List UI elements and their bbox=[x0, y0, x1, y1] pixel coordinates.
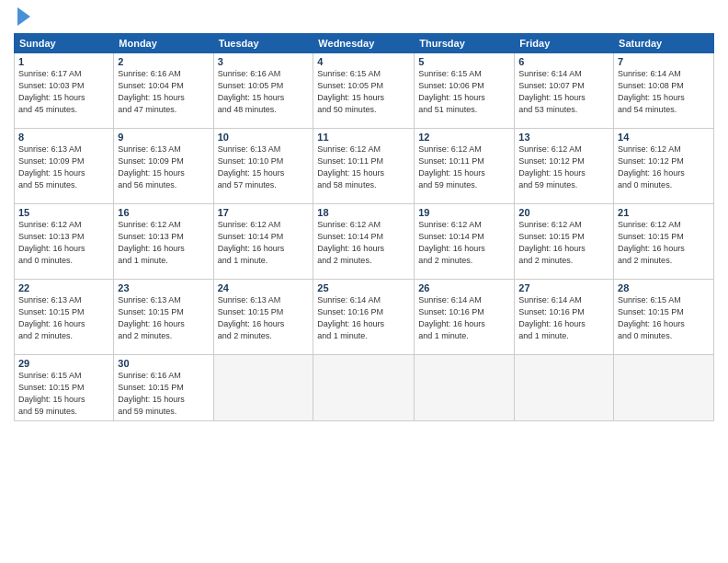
day-cell-28: 28Sunrise: 6:15 AMSunset: 10:15 PMDaylig… bbox=[614, 280, 714, 355]
day-cell-16: 16Sunrise: 6:12 AMSunset: 10:13 PMDaylig… bbox=[114, 204, 213, 280]
day-cell-8: 8Sunrise: 6:13 AMSunset: 10:09 PMDayligh… bbox=[15, 129, 114, 204]
calendar-week-1: 1Sunrise: 6:17 AMSunset: 10:03 PMDayligh… bbox=[15, 53, 714, 129]
calendar-body: 1Sunrise: 6:17 AMSunset: 10:03 PMDayligh… bbox=[15, 53, 714, 421]
empty-cell bbox=[415, 355, 515, 421]
day-detail: Sunrise: 6:12 AMSunset: 10:14 PMDaylight… bbox=[317, 219, 410, 267]
day-number: 28 bbox=[618, 282, 710, 293]
day-number: 16 bbox=[118, 207, 209, 218]
day-number: 11 bbox=[317, 132, 410, 143]
day-header-saturday: Saturday bbox=[614, 34, 714, 53]
day-cell-20: 20Sunrise: 6:12 AMSunset: 10:15 PMDaylig… bbox=[515, 204, 614, 280]
day-cell-30: 30Sunrise: 6:16 AMSunset: 10:15 PMDaylig… bbox=[114, 355, 213, 421]
day-number: 7 bbox=[618, 56, 710, 67]
day-detail: Sunrise: 6:13 AMSunset: 10:15 PMDaylight… bbox=[218, 294, 310, 342]
day-header-friday: Friday bbox=[515, 34, 614, 53]
calendar-table: SundayMondayTuesdayWednesdayThursdayFrid… bbox=[14, 33, 714, 421]
day-cell-10: 10Sunrise: 6:13 AMSunset: 10:10 PMDaylig… bbox=[213, 129, 313, 204]
day-cell-24: 24Sunrise: 6:13 AMSunset: 10:15 PMDaylig… bbox=[213, 280, 313, 355]
day-detail: Sunrise: 6:16 AMSunset: 10:15 PMDaylight… bbox=[118, 370, 209, 418]
header-row: SundayMondayTuesdayWednesdayThursdayFrid… bbox=[15, 34, 714, 53]
day-detail: Sunrise: 6:12 AMSunset: 10:12 PMDaylight… bbox=[618, 144, 710, 191]
day-detail: Sunrise: 6:14 AMSunset: 10:16 PMDaylight… bbox=[418, 294, 510, 342]
calendar-week-3: 15Sunrise: 6:12 AMSunset: 10:13 PMDaylig… bbox=[15, 204, 714, 280]
empty-cell bbox=[313, 355, 415, 421]
day-cell-13: 13Sunrise: 6:12 AMSunset: 10:12 PMDaylig… bbox=[515, 129, 614, 204]
empty-cell bbox=[614, 355, 714, 421]
day-detail: Sunrise: 6:15 AMSunset: 10:15 PMDaylight… bbox=[18, 370, 109, 418]
day-number: 25 bbox=[317, 282, 410, 293]
day-detail: Sunrise: 6:15 AMSunset: 10:06 PMDaylight… bbox=[418, 68, 510, 116]
day-number: 26 bbox=[418, 282, 510, 293]
day-number: 10 bbox=[218, 132, 310, 143]
day-number: 27 bbox=[518, 282, 609, 293]
day-detail: Sunrise: 6:12 AMSunset: 10:13 PMDaylight… bbox=[18, 219, 109, 267]
day-cell-29: 29Sunrise: 6:15 AMSunset: 10:15 PMDaylig… bbox=[15, 355, 114, 421]
day-detail: Sunrise: 6:12 AMSunset: 10:14 PMDaylight… bbox=[418, 219, 510, 267]
day-number: 2 bbox=[118, 56, 209, 67]
day-detail: Sunrise: 6:16 AMSunset: 10:05 PMDaylight… bbox=[218, 68, 310, 116]
day-cell-21: 21Sunrise: 6:12 AMSunset: 10:15 PMDaylig… bbox=[614, 204, 714, 280]
day-number: 14 bbox=[618, 132, 710, 143]
day-number: 29 bbox=[18, 358, 109, 369]
day-detail: Sunrise: 6:12 AMSunset: 10:13 PMDaylight… bbox=[118, 219, 209, 267]
day-cell-19: 19Sunrise: 6:12 AMSunset: 10:14 PMDaylig… bbox=[415, 204, 515, 280]
day-cell-14: 14Sunrise: 6:12 AMSunset: 10:12 PMDaylig… bbox=[614, 129, 714, 204]
day-detail: Sunrise: 6:15 AMSunset: 10:15 PMDaylight… bbox=[618, 294, 710, 342]
day-cell-17: 17Sunrise: 6:12 AMSunset: 10:14 PMDaylig… bbox=[213, 204, 313, 280]
day-detail: Sunrise: 6:15 AMSunset: 10:05 PMDaylight… bbox=[317, 68, 410, 116]
day-detail: Sunrise: 6:12 AMSunset: 10:15 PMDaylight… bbox=[518, 219, 609, 267]
day-cell-1: 1Sunrise: 6:17 AMSunset: 10:03 PMDayligh… bbox=[15, 53, 114, 129]
day-header-sunday: Sunday bbox=[15, 34, 114, 53]
day-number: 12 bbox=[418, 132, 510, 143]
day-detail: Sunrise: 6:13 AMSunset: 10:09 PMDaylight… bbox=[18, 144, 109, 191]
day-cell-23: 23Sunrise: 6:13 AMSunset: 10:15 PMDaylig… bbox=[114, 280, 213, 355]
day-number: 15 bbox=[18, 207, 109, 218]
day-detail: Sunrise: 6:12 AMSunset: 10:15 PMDaylight… bbox=[618, 219, 710, 267]
empty-cell bbox=[515, 355, 614, 421]
logo bbox=[14, 9, 30, 26]
day-number: 22 bbox=[18, 282, 109, 293]
day-detail: Sunrise: 6:13 AMSunset: 10:10 PMDaylight… bbox=[218, 144, 310, 191]
page: SundayMondayTuesdayWednesdayThursdayFrid… bbox=[0, 0, 728, 563]
calendar-week-2: 8Sunrise: 6:13 AMSunset: 10:09 PMDayligh… bbox=[15, 129, 714, 204]
day-cell-5: 5Sunrise: 6:15 AMSunset: 10:06 PMDayligh… bbox=[415, 53, 515, 129]
day-cell-6: 6Sunrise: 6:14 AMSunset: 10:07 PMDayligh… bbox=[515, 53, 614, 129]
day-detail: Sunrise: 6:12 AMSunset: 10:11 PMDaylight… bbox=[418, 144, 510, 191]
day-detail: Sunrise: 6:13 AMSunset: 10:15 PMDaylight… bbox=[18, 294, 109, 342]
day-number: 20 bbox=[518, 207, 609, 218]
day-cell-15: 15Sunrise: 6:12 AMSunset: 10:13 PMDaylig… bbox=[15, 204, 114, 280]
day-number: 6 bbox=[518, 56, 609, 67]
day-number: 24 bbox=[218, 282, 310, 293]
calendar-week-4: 22Sunrise: 6:13 AMSunset: 10:15 PMDaylig… bbox=[15, 280, 714, 355]
day-number: 30 bbox=[118, 358, 209, 369]
day-cell-4: 4Sunrise: 6:15 AMSunset: 10:05 PMDayligh… bbox=[313, 53, 415, 129]
day-detail: Sunrise: 6:12 AMSunset: 10:12 PMDaylight… bbox=[518, 144, 609, 191]
day-number: 1 bbox=[18, 56, 109, 67]
day-header-tuesday: Tuesday bbox=[213, 34, 313, 53]
day-number: 8 bbox=[18, 132, 109, 143]
day-detail: Sunrise: 6:17 AMSunset: 10:03 PMDaylight… bbox=[18, 68, 109, 116]
day-cell-18: 18Sunrise: 6:12 AMSunset: 10:14 PMDaylig… bbox=[313, 204, 415, 280]
day-detail: Sunrise: 6:14 AMSunset: 10:07 PMDaylight… bbox=[518, 68, 609, 116]
day-cell-27: 27Sunrise: 6:14 AMSunset: 10:16 PMDaylig… bbox=[515, 280, 614, 355]
day-detail: Sunrise: 6:16 AMSunset: 10:04 PMDaylight… bbox=[118, 68, 209, 116]
day-cell-2: 2Sunrise: 6:16 AMSunset: 10:04 PMDayligh… bbox=[114, 53, 213, 129]
day-number: 5 bbox=[418, 56, 510, 67]
day-cell-12: 12Sunrise: 6:12 AMSunset: 10:11 PMDaylig… bbox=[415, 129, 515, 204]
day-number: 13 bbox=[518, 132, 609, 143]
day-detail: Sunrise: 6:13 AMSunset: 10:09 PMDaylight… bbox=[118, 144, 209, 191]
day-detail: Sunrise: 6:13 AMSunset: 10:15 PMDaylight… bbox=[118, 294, 209, 342]
day-number: 4 bbox=[317, 56, 410, 67]
day-cell-7: 7Sunrise: 6:14 AMSunset: 10:08 PMDayligh… bbox=[614, 53, 714, 129]
day-detail: Sunrise: 6:14 AMSunset: 10:16 PMDaylight… bbox=[317, 294, 410, 342]
day-header-monday: Monday bbox=[114, 34, 213, 53]
day-number: 21 bbox=[618, 207, 710, 218]
calendar-header: SundayMondayTuesdayWednesdayThursdayFrid… bbox=[15, 34, 714, 53]
day-detail: Sunrise: 6:12 AMSunset: 10:11 PMDaylight… bbox=[317, 144, 410, 191]
empty-cell bbox=[213, 355, 313, 421]
day-detail: Sunrise: 6:14 AMSunset: 10:08 PMDaylight… bbox=[618, 68, 710, 116]
day-cell-25: 25Sunrise: 6:14 AMSunset: 10:16 PMDaylig… bbox=[313, 280, 415, 355]
day-detail: Sunrise: 6:12 AMSunset: 10:14 PMDaylight… bbox=[218, 219, 310, 267]
day-number: 23 bbox=[118, 282, 209, 293]
logo-arrow-icon bbox=[17, 7, 30, 26]
